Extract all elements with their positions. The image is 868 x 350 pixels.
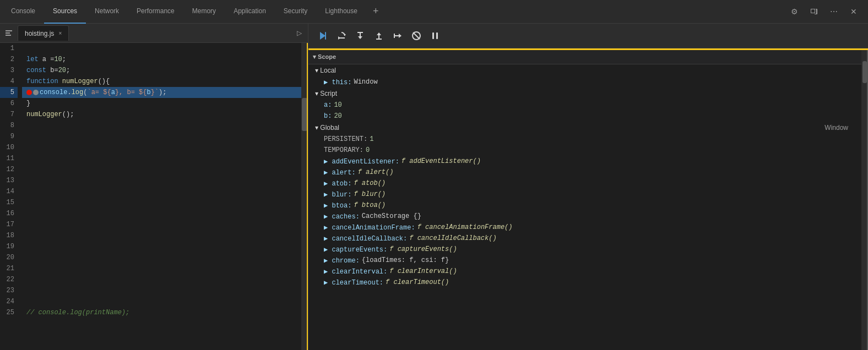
code-line-11 — [22, 153, 301, 164]
scope-a-item[interactable]: a: 10 — [308, 100, 861, 111]
code-line-2: let a =10; — [22, 54, 301, 65]
tab-security[interactable]: Security — [275, 0, 316, 24]
file-tabs: hoisting.js × ▷ — [0, 24, 308, 43]
close-devtools-icon[interactable]: ✕ — [846, 4, 861, 19]
scope-panel[interactable]: ▾ Scope ▾ Local ▶ this: Window ▾ Script … — [308, 50, 861, 350]
scope-caches-item[interactable]: ▶ caches: CacheStorage {} — [308, 211, 861, 222]
scope-clearinterval-item[interactable]: ▶ clearInterval: f clearInterval() — [308, 266, 861, 277]
line-num-7: 7 — [0, 109, 18, 120]
scope-global-header[interactable]: ▾ Global Window — [308, 122, 861, 134]
tab-console[interactable]: Console — [2, 0, 44, 24]
code-editor[interactable]: 1 2 3 4 5 6 7 8 9 10 11 12 13 14 15 16 1… — [0, 43, 308, 350]
tab-lighthouse[interactable]: Lighthouse — [316, 0, 366, 24]
code-line-17 — [22, 219, 301, 230]
line-num-1: 1 — [0, 43, 18, 54]
code-content[interactable]: let a =10; const b=20; function numLogge… — [22, 43, 301, 350]
step-into-button[interactable] — [352, 28, 368, 43]
remote-devices-icon[interactable] — [806, 4, 822, 19]
code-line-16 — [22, 208, 301, 219]
pause-on-exceptions-button[interactable] — [427, 28, 443, 43]
scope-cancelidlecallback-item[interactable]: ▶ cancelIdleCallback: f cancelIdleCallba… — [308, 233, 861, 244]
line-num-12: 12 — [0, 164, 18, 175]
scope-cancelanimationframe-item[interactable]: ▶ cancelAnimationFrame: f cancelAnimatio… — [308, 222, 861, 233]
svg-marker-7 — [338, 36, 340, 40]
line-num-11: 11 — [0, 153, 18, 164]
code-line-8 — [22, 120, 301, 131]
line-num-6: 6 — [0, 98, 18, 109]
tab-network[interactable]: Network — [86, 0, 128, 24]
close-file-tab-icon[interactable]: × — [57, 30, 63, 37]
devtools-actions: ⚙ ⋯ ✕ — [786, 4, 866, 19]
scope-script-header[interactable]: ▾ Script — [308, 88, 861, 100]
scope-addeventlistener-item[interactable]: ▶ addEventListener: f addEventListener() — [308, 156, 861, 167]
line-num-15: 15 — [0, 197, 18, 208]
tab-performance[interactable]: Performance — [128, 0, 183, 24]
code-line-20 — [22, 252, 301, 263]
file-tab-hoisting-js[interactable]: hoisting.js × — [18, 25, 69, 41]
scope-captureevents-item[interactable]: ▶ captureEvents: f captureEvents() — [308, 244, 861, 255]
line-num-20: 20 — [0, 252, 18, 263]
svg-rect-4 — [325, 32, 326, 40]
line-num-3: 3 — [0, 65, 18, 76]
code-line-12 — [22, 164, 301, 175]
svg-rect-20 — [436, 32, 438, 39]
line-num-8: 8 — [0, 120, 18, 131]
line-numbers: 1 2 3 4 5 6 7 8 9 10 11 12 13 14 15 16 1… — [0, 43, 22, 350]
svg-marker-12 — [377, 32, 381, 35]
scope-persistent-item: PERSISTENT: 1 — [308, 134, 861, 145]
scope-temporary-item: TEMPORARY: 0 — [308, 145, 861, 156]
scope-this-item[interactable]: ▶ this: Window — [308, 76, 861, 88]
more-options-icon[interactable]: ⋯ — [826, 4, 842, 19]
code-line-13 — [22, 175, 301, 186]
line-num-24: 24 — [0, 296, 18, 307]
step-out-button[interactable] — [371, 28, 387, 43]
tab-memory[interactable]: Memory — [183, 0, 225, 24]
line-num-4: 4 — [0, 76, 18, 87]
code-line-15 — [22, 197, 301, 208]
scope-blur-item[interactable]: ▶ blur: f blur() — [308, 189, 861, 200]
scope-cleartimeout-item[interactable]: ▶ clearTimeout: f clearTimeout() — [308, 277, 861, 288]
sidebar-toggle[interactable] — [2, 26, 15, 40]
scope-atob-item[interactable]: ▶ atob: f atob() — [308, 178, 861, 189]
code-line-6: } — [22, 98, 301, 109]
tab-application[interactable]: Application — [225, 0, 275, 24]
svg-rect-1 — [6, 32, 10, 34]
add-panel-button[interactable]: + — [366, 0, 386, 24]
step-button[interactable] — [390, 28, 405, 43]
settings-icon[interactable]: ⚙ — [786, 4, 802, 19]
resume-button[interactable] — [315, 28, 330, 43]
tab-sources[interactable]: Sources — [44, 0, 86, 24]
step-over-button[interactable] — [334, 28, 349, 43]
code-line-1 — [22, 43, 301, 54]
line-num-17: 17 — [0, 219, 18, 230]
scope-scrollbar[interactable] — [861, 50, 868, 350]
line-num-22: 22 — [0, 274, 18, 285]
left-panel: hoisting.js × ▷ 1 2 3 4 5 6 7 8 9 10 11 … — [0, 24, 308, 350]
line-num-5: 5 — [0, 87, 18, 98]
svg-line-18 — [413, 32, 420, 39]
main-content: hoisting.js × ▷ 1 2 3 4 5 6 7 8 9 10 11 … — [0, 24, 868, 350]
right-panel: ▾ Scope ▾ Local ▶ this: Window ▾ Script … — [308, 24, 868, 350]
code-line-21 — [22, 263, 301, 274]
svg-marker-15 — [399, 34, 402, 38]
code-scrollbar[interactable] — [301, 43, 308, 350]
breakpoint-indicator — [26, 90, 32, 95]
line-num-16: 16 — [0, 208, 18, 219]
code-line-23 — [22, 285, 301, 296]
svg-rect-19 — [432, 32, 434, 39]
code-line-14 — [22, 186, 301, 197]
scope-btoa-item[interactable]: ▶ btoa: f btoa() — [308, 200, 861, 211]
code-line-7: numLogger(); — [22, 109, 301, 120]
top-tab-bar: Console Sources Network Performance Memo… — [0, 0, 868, 24]
line-num-14: 14 — [0, 186, 18, 197]
scope-chrome-item[interactable]: ▶ chrome: {loadTimes: f, csi: f} — [308, 255, 861, 266]
deactivate-breakpoints-button[interactable] — [409, 28, 424, 43]
line-num-23: 23 — [0, 285, 18, 296]
scope-alert-item[interactable]: ▶ alert: f alert() — [308, 167, 861, 178]
scope-local-header[interactable]: ▾ Local — [308, 64, 861, 76]
code-line-4: function numLogger(){ — [22, 76, 301, 87]
expand-sources-icon[interactable]: ▷ — [292, 26, 306, 40]
scope-section-header[interactable]: ▾ Scope — [308, 50, 861, 64]
scope-b-item[interactable]: b: 20 — [308, 111, 861, 122]
line-num-19: 19 — [0, 241, 18, 252]
